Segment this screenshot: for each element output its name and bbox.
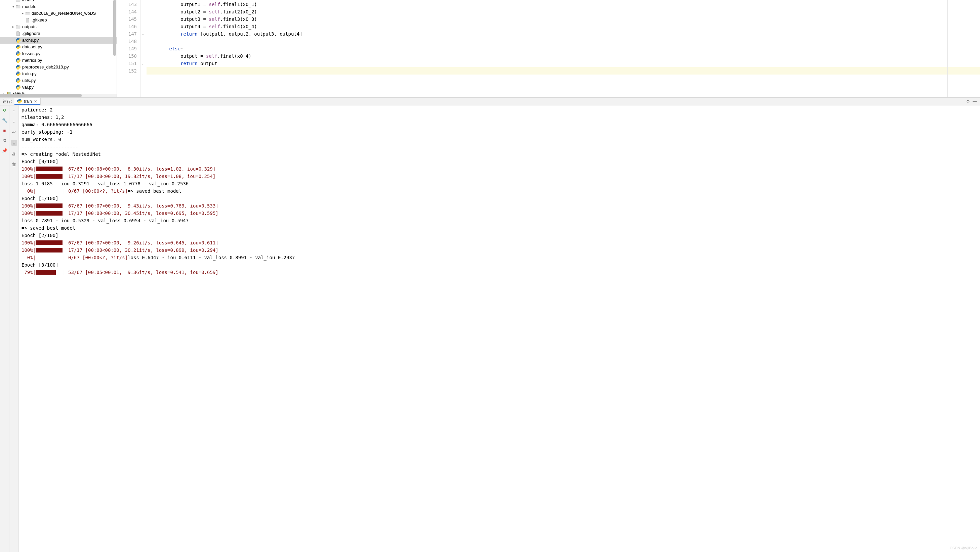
console-line: 100%|| 67/67 [00:07<00:00, 9.26it/s, los… <box>22 239 977 246</box>
tree-item-label: dataset.py <box>22 44 42 50</box>
sidebar-vertical-scrollbar-thumb[interactable] <box>113 0 116 56</box>
run-panel: ↻ 🔧 ■ ⧉ 📌 ↑ ↓ ↩ ⤓ 🖨 🗑 patience: 2milesto… <box>0 105 980 552</box>
tree-item[interactable]: .gitignore <box>0 30 117 37</box>
pin-icon[interactable]: 📌 <box>2 148 7 153</box>
scroll-to-end-icon[interactable]: ⤓ <box>11 140 17 146</box>
tree-item[interactable]: dataset.py <box>0 44 117 50</box>
folder-icon <box>16 24 21 30</box>
lib-icon <box>6 91 11 94</box>
tree-expand-arrow[interactable]: ▸ <box>2 90 6 94</box>
editor-code-area[interactable]: output1 = self.final1(x0_1) output2 = se… <box>145 0 980 97</box>
tree-item-label: dsb2018_96_NestedUNet_woDS <box>32 10 96 17</box>
py-icon <box>16 78 21 83</box>
tree-item-label: utils.py <box>22 77 36 84</box>
tree-item[interactable]: losses.py <box>0 50 117 57</box>
console-line: 100%|| 67/67 [00:07<00:00, 9.43it/s, los… <box>22 202 977 209</box>
tree-item-label: losses.py <box>22 50 40 57</box>
project-tree-panel: inputs▾models▸dsb2018_96_NestedUNet_woDS… <box>0 0 117 97</box>
code-line[interactable] <box>146 67 980 75</box>
code-line[interactable]: output4 = self.final4(x0_4) <box>146 23 980 30</box>
code-line[interactable]: output3 = self.final3(x0_3) <box>146 16 980 23</box>
code-line[interactable]: output1 = self.final1(x0_1) <box>146 1 980 8</box>
py-icon <box>16 58 21 63</box>
progress-bar <box>36 203 62 208</box>
run-tab-name: train <box>24 99 32 104</box>
close-icon[interactable]: ✕ <box>34 99 37 104</box>
sidebar-horizontal-scrollbar[interactable] <box>0 94 117 97</box>
console-line: 100%|| 67/67 [00:08<00:00, 8.30it/s, los… <box>22 165 977 173</box>
code-line[interactable]: return [output1, output2, output3, outpu… <box>146 30 980 38</box>
gutter-line-number: 144 <box>117 8 137 16</box>
sidebar-vertical-scrollbar[interactable] <box>113 0 116 93</box>
console-line: 100%|| 17/17 [00:00<00:00, 30.45it/s, lo… <box>22 209 977 217</box>
tree-item[interactable]: metrics.py <box>0 57 117 64</box>
tree-item[interactable]: inputs <box>0 0 117 3</box>
py-icon <box>16 51 21 56</box>
sidebar-horizontal-scrollbar-thumb[interactable] <box>0 94 82 97</box>
code-line[interactable] <box>146 38 980 45</box>
code-editor[interactable]: 143144145146147148149150151152 ⌄⌄ output… <box>117 0 980 97</box>
console-line: Epoch [3/100] <box>22 261 977 269</box>
gear-icon[interactable]: ⚙ <box>966 99 970 104</box>
gutter-line-number: 143 <box>117 1 137 8</box>
gutter-line-number: 146 <box>117 23 137 30</box>
wrench-icon[interactable]: 🔧 <box>2 117 7 123</box>
code-line[interactable]: else: <box>146 45 980 52</box>
progress-bar <box>36 255 62 260</box>
code-line[interactable]: return output <box>146 60 980 67</box>
progress-bar <box>36 174 62 179</box>
fold-handle-icon[interactable]: ⌄ <box>141 32 145 36</box>
console-line: -------------------- <box>22 143 977 151</box>
gutter-line-number: 149 <box>117 45 137 52</box>
console-line: loss 1.0185 - iou 0.3291 - val_loss 1.07… <box>22 180 977 187</box>
tree-item-label: val.py <box>22 84 33 90</box>
tree-item-label: outputs <box>22 24 37 30</box>
console-line: 0%|| 0/67 [00:00<?, ?it/s]loss 0.6447 - … <box>22 254 977 261</box>
progress-bar <box>36 270 56 274</box>
tree-item[interactable]: ▸外部库 <box>0 90 117 94</box>
tree-item[interactable]: .gitkeep <box>0 17 117 24</box>
progress-bar <box>36 189 62 194</box>
fold-handle-icon[interactable]: ⌄ <box>141 62 145 65</box>
tree-item[interactable]: train.py <box>0 70 117 77</box>
run-panel-header: 运行: train ✕ ⚙ — <box>0 97 980 105</box>
python-icon <box>17 99 22 105</box>
tree-item[interactable]: val.py <box>0 84 117 90</box>
stop-icon[interactable]: ■ <box>2 128 7 133</box>
tree-item[interactable]: preprocess_dsb2018.py <box>0 64 117 70</box>
code-line[interactable]: output = self.final(x0_4) <box>146 52 980 60</box>
file-icon <box>25 17 30 23</box>
console-line: 79%|| 53/67 [00:05<00:01, 9.36it/s, loss… <box>22 269 977 276</box>
tree-item[interactable]: ▸outputs <box>0 24 117 30</box>
run-tab[interactable]: train ✕ <box>14 98 40 105</box>
gutter-line-number: 145 <box>117 16 137 23</box>
editor-fold-gutter[interactable]: ⌄⌄ <box>140 0 145 97</box>
project-tree[interactable]: inputs▾models▸dsb2018_96_NestedUNet_woDS… <box>0 0 117 94</box>
tree-expand-arrow[interactable]: ▸ <box>11 24 16 30</box>
console-line: num_workers: 0 <box>22 136 977 143</box>
console-line: => saved best model <box>22 224 977 232</box>
console-output[interactable]: patience: 2milestones: 1,2gamma: 0.66666… <box>19 105 980 552</box>
rerun-icon[interactable]: ↻ <box>2 108 7 113</box>
code-line[interactable]: output2 = self.final2(x0_2) <box>146 8 980 16</box>
print-icon[interactable]: 🖨 <box>11 151 17 157</box>
console-line: => creating model NestedUNet <box>22 151 977 158</box>
layout-icon[interactable]: ⧉ <box>2 138 7 143</box>
minimize-icon[interactable]: — <box>973 99 977 104</box>
tree-expand-arrow[interactable]: ▾ <box>11 3 16 10</box>
console-line: 100%|| 17/17 [00:00<00:00, 30.21it/s, lo… <box>22 246 977 254</box>
tree-item[interactable]: utils.py <box>0 77 117 84</box>
trash-icon[interactable]: 🗑 <box>11 161 17 167</box>
tree-item[interactable]: ▾models <box>0 3 117 10</box>
gutter-line-number: 152 <box>117 67 137 75</box>
down-arrow-icon[interactable]: ↓ <box>11 118 17 124</box>
py-icon <box>16 65 21 70</box>
up-arrow-icon[interactable]: ↑ <box>11 108 17 114</box>
tree-expand-arrow[interactable]: ▸ <box>20 10 25 17</box>
tree-item[interactable]: archs.py <box>0 37 117 44</box>
progress-bar <box>36 167 62 171</box>
soft-wrap-icon[interactable]: ↩ <box>11 129 17 135</box>
console-line: 100%|| 17/17 [00:00<00:00, 19.82it/s, lo… <box>22 173 977 180</box>
tree-item[interactable]: ▸dsb2018_96_NestedUNet_woDS <box>0 10 117 17</box>
tree-item-label: 外部库 <box>13 90 26 94</box>
